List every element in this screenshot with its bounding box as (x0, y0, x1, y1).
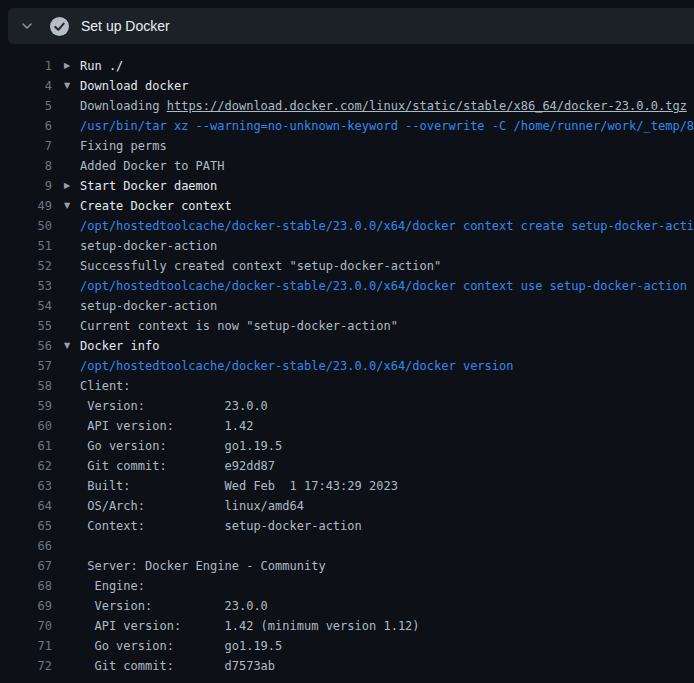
log-text: Run ./ (80, 56, 694, 76)
gutter-spacer (52, 116, 80, 136)
log-text: /opt/hostedtoolcache/docker-stable/23.0.… (80, 216, 694, 236)
log-text: Current context is now "setup-docker-act… (80, 316, 694, 336)
expand-icon: ▶ (52, 176, 80, 196)
line-number[interactable]: 70 (0, 616, 52, 636)
log-line: 71 Go version: go1.19.5 (0, 636, 694, 656)
line-number[interactable]: 68 (0, 576, 52, 596)
gutter-spacer (52, 476, 80, 496)
line-number[interactable]: 49 (0, 196, 52, 216)
line-number[interactable]: 52 (0, 256, 52, 276)
gutter-spacer (52, 416, 80, 436)
log-segment: Create Docker context (80, 199, 232, 213)
gutter-spacer (52, 96, 80, 116)
line-number[interactable]: 61 (0, 436, 52, 456)
log-group-row[interactable]: 1▶Run ./ (0, 56, 694, 76)
gutter-spacer (52, 156, 80, 176)
line-number[interactable]: 62 (0, 456, 52, 476)
log-text: Git commit: e92dd87 (80, 456, 694, 476)
log-text: Version: 23.0.0 (80, 596, 694, 616)
log-segment: /opt/hostedtoolcache/docker-stable/23.0.… (80, 359, 513, 373)
log-text: Client: (80, 376, 694, 396)
log-segment: Version: 23.0.0 (80, 399, 268, 413)
line-number[interactable]: 66 (0, 536, 52, 556)
log-segment: Added Docker to PATH (80, 159, 225, 173)
line-number[interactable]: 53 (0, 276, 52, 296)
log-group-row[interactable]: 4▼Download docker (0, 76, 694, 96)
chevron-down-icon[interactable] (21, 20, 33, 32)
log-segment: Built: Wed Feb 1 17:43:29 2023 (80, 479, 398, 493)
gutter-spacer (52, 516, 80, 536)
step-header[interactable]: Set up Docker (8, 8, 694, 44)
log-segment: Successfully created context "setup-dock… (80, 259, 441, 273)
log-text (80, 536, 694, 556)
log-line: 68 Engine: (0, 576, 694, 596)
actions-log-panel: Set up Docker 1▶Run ./4▼Download docker5… (0, 0, 694, 683)
line-number[interactable]: 56 (0, 336, 52, 356)
line-number[interactable]: 60 (0, 416, 52, 436)
line-number[interactable]: 8 (0, 156, 52, 176)
line-number[interactable]: 64 (0, 496, 52, 516)
line-number[interactable]: 63 (0, 476, 52, 496)
log-line: 51setup-docker-action (0, 236, 694, 256)
log-group-row[interactable]: 49▼Create Docker context (0, 196, 694, 216)
log-line: 61 Go version: go1.19.5 (0, 436, 694, 456)
log-line: 60 API version: 1.42 (0, 416, 694, 436)
log-text: Context: setup-docker-action (80, 516, 694, 536)
log-text: Version: 23.0.0 (80, 396, 694, 416)
line-number[interactable]: 4 (0, 76, 52, 96)
line-number[interactable]: 51 (0, 236, 52, 256)
line-number[interactable]: 7 (0, 136, 52, 156)
log-text: Git commit: d7573ab (80, 656, 694, 676)
expand-icon: ▶ (52, 56, 80, 76)
line-number[interactable]: 57 (0, 356, 52, 376)
log-line: 65 Context: setup-docker-action (0, 516, 694, 536)
line-number[interactable]: 72 (0, 656, 52, 676)
line-number[interactable]: 1 (0, 56, 52, 76)
log-link[interactable]: https://download.docker.com/linux/static… (167, 99, 687, 113)
log-segment: Current context is now "setup-docker-act… (80, 319, 398, 333)
log-line: 64 OS/Arch: linux/amd64 (0, 496, 694, 516)
gutter-spacer (52, 136, 80, 156)
log-text: API version: 1.42 (minimum version 1.12) (80, 616, 694, 636)
log-group-row[interactable]: 56▼Docker info (0, 336, 694, 356)
log-segment: Go version: go1.19.5 (80, 639, 282, 653)
line-number[interactable]: 59 (0, 396, 52, 416)
line-number[interactable]: 9 (0, 176, 52, 196)
log-segment: Docker info (80, 339, 159, 353)
line-number[interactable]: 6 (0, 116, 52, 136)
log-segment: setup-docker-action (80, 299, 217, 313)
log-group-row[interactable]: 9▶Start Docker daemon (0, 176, 694, 196)
line-number[interactable]: 69 (0, 596, 52, 616)
step-title: Set up Docker (81, 18, 170, 34)
line-number[interactable]: 55 (0, 316, 52, 336)
log-text: Downloading https://download.docker.com/… (80, 96, 694, 116)
log-text: Go version: go1.19.5 (80, 436, 694, 456)
gutter-spacer (52, 316, 80, 336)
log-text: Successfully created context "setup-dock… (80, 256, 694, 276)
log-text: API version: 1.42 (80, 416, 694, 436)
line-number[interactable]: 71 (0, 636, 52, 656)
line-number[interactable]: 67 (0, 556, 52, 576)
log-line: 67 Server: Docker Engine - Community (0, 556, 694, 576)
log-segment: /opt/hostedtoolcache/docker-stable/23.0.… (80, 219, 694, 233)
log-line: 58Client: (0, 376, 694, 396)
log-text: Go version: go1.19.5 (80, 636, 694, 656)
log-line: 50/opt/hostedtoolcache/docker-stable/23.… (0, 216, 694, 236)
line-number[interactable]: 50 (0, 216, 52, 236)
gutter-spacer (52, 296, 80, 316)
line-number[interactable]: 54 (0, 296, 52, 316)
log-line: 7Fixing perms (0, 136, 694, 156)
log-line: 5Downloading https://download.docker.com… (0, 96, 694, 116)
log-text: Server: Docker Engine - Community (80, 556, 694, 576)
gutter-spacer (52, 496, 80, 516)
line-number[interactable]: 5 (0, 96, 52, 116)
line-number[interactable]: 58 (0, 376, 52, 396)
log-text: Create Docker context (80, 196, 694, 216)
line-number[interactable]: 65 (0, 516, 52, 536)
log-segment: setup-docker-action (80, 239, 217, 253)
gutter-spacer (52, 236, 80, 256)
gutter-spacer (52, 536, 80, 556)
log-line: 6/usr/bin/tar xz --warning=no-unknown-ke… (0, 116, 694, 136)
log-line: 72 Git commit: d7573ab (0, 656, 694, 676)
gutter-spacer (52, 616, 80, 636)
